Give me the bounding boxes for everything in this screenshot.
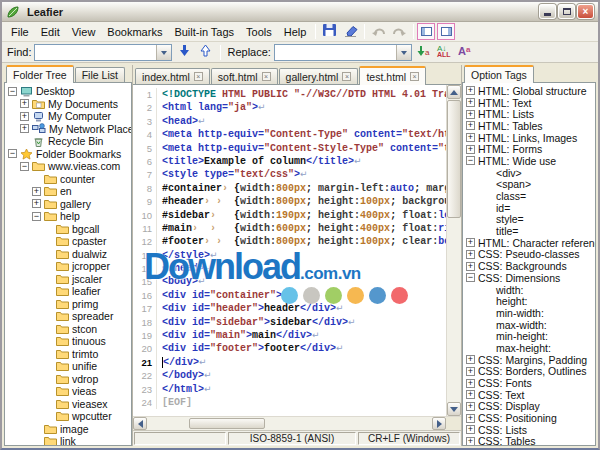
code-line[interactable]: 9#header› › {width:800px; height:100px; … <box>133 195 446 208</box>
tree-item-css-positioning[interactable]: +CSS: Positioning <box>463 412 595 424</box>
scroll-right-icon[interactable] <box>432 417 446 430</box>
tree-item-vieasex[interactable]: vieasex <box>5 398 131 411</box>
code-line[interactable]: 17<div id="header">header</div>↵ <box>133 302 446 315</box>
tree-item-desktop[interactable]: −Desktop <box>5 85 131 98</box>
code-line[interactable]: 23</html>↵ <box>133 383 446 396</box>
tab-close-icon[interactable]: × <box>410 72 419 81</box>
expand-icon[interactable]: + <box>466 402 475 411</box>
collapse-icon[interactable]: − <box>466 156 475 165</box>
code-editor[interactable]: 1<!DOCTYPE HTML PUBLIC "-//W3C//DTD HTML… <box>133 85 446 416</box>
replace-all-button[interactable]: A↓ALL <box>436 44 454 61</box>
code-line[interactable]: 4<meta http-equiv="Content-Type" content… <box>133 128 446 141</box>
collapse-icon[interactable]: − <box>20 162 29 171</box>
tab-test-html[interactable]: test.html× <box>359 66 426 85</box>
tab-soft-html[interactable]: soft.html× <box>211 68 278 84</box>
redo-button[interactable] <box>389 23 410 41</box>
expand-icon[interactable]: + <box>20 124 29 133</box>
code-line[interactable]: 20<div id="footer">footer</div>↵ <box>133 342 446 355</box>
tree-item-link[interactable]: link <box>5 435 131 446</box>
tree-item-help[interactable]: −help <box>5 210 131 223</box>
close-icon[interactable]: × <box>577 4 594 19</box>
find-next-button[interactable] <box>175 44 193 61</box>
match-case-button[interactable]: Aa <box>457 44 475 61</box>
tree-item-css-dimensions[interactable]: −CSS: Dimensions <box>463 272 595 284</box>
find-dropdown-icon[interactable] <box>156 45 171 60</box>
tree-item-dualwiz[interactable]: dualwiz <box>5 248 131 261</box>
tree-item-html-global-structure[interactable]: +HTML: Global structure <box>463 85 595 97</box>
tree-item-css-backgrounds[interactable]: +CSS: Backgrounds <box>463 260 595 272</box>
menu-tools[interactable]: Tools <box>240 24 278 40</box>
tree-item-gallery[interactable]: +gallery <box>5 198 131 211</box>
tree-item-div[interactable]: <div> <box>463 167 595 179</box>
expand-icon[interactable]: + <box>466 367 475 376</box>
code-line[interactable]: 7<style type="text/css">↵ <box>133 168 446 181</box>
collapse-icon[interactable]: − <box>466 273 475 282</box>
tree-item-class[interactable]: class= <box>463 190 595 202</box>
replace-input[interactable] <box>275 45 396 60</box>
tree-item-html-links-images[interactable]: +HTML: Links, Images <box>463 132 595 144</box>
tree-item-css-fonts[interactable]: +CSS: Fonts <box>463 377 595 389</box>
tree-item-max-width[interactable]: max-width: <box>463 319 595 331</box>
tab-gallery-html[interactable]: gallery.html× <box>279 68 359 84</box>
code-line[interactable]: 14</head>↵ <box>133 262 446 275</box>
expand-icon[interactable]: + <box>466 379 475 388</box>
tree-item-my-documents[interactable]: +My Documents <box>5 98 131 111</box>
tree-item-jcropper[interactable]: jcropper <box>5 260 131 273</box>
code-line[interactable]: 2<html lang="ja">↵ <box>133 101 446 114</box>
expand-icon[interactable]: + <box>466 414 475 423</box>
find-prev-button[interactable] <box>196 44 214 61</box>
code-line[interactable]: 19<div id="main">main</div>↵ <box>133 329 446 342</box>
tab-option-tags[interactable]: Option Tags <box>464 65 534 83</box>
folder-tree[interactable]: −Desktop+My Documents+My Computer+My Net… <box>4 83 132 446</box>
maximize-icon[interactable] <box>558 4 575 19</box>
scroll-up-icon[interactable] <box>447 85 461 99</box>
tab-close-icon[interactable]: × <box>262 72 271 81</box>
expand-icon[interactable]: + <box>466 262 475 271</box>
code-line[interactable]: 11#main› › {width:600px; height:400px; f… <box>133 222 446 235</box>
code-line[interactable]: 13</style>↵ <box>133 249 446 262</box>
tree-item-html-tables[interactable]: +HTML: Tables <box>463 120 595 132</box>
scroll-down-icon[interactable] <box>447 402 461 416</box>
tree-item-www-vieas-com[interactable]: −www.vieas.com <box>5 160 131 173</box>
tree-item-html-forms[interactable]: +HTML: Forms <box>463 143 595 155</box>
tree-item-folder-bookmarks[interactable]: −Folder Bookmarks <box>5 148 131 161</box>
tree-item-css-pseudo-classes[interactable]: +CSS: Pseudo-classes <box>463 249 595 261</box>
tree-item-trimto[interactable]: trimto <box>5 348 131 361</box>
collapse-icon[interactable]: − <box>8 87 17 96</box>
tree-item-jscaler[interactable]: jscaler <box>5 273 131 286</box>
tree-item-height[interactable]: height: <box>463 295 595 307</box>
code-line[interactable]: 12#footer› › {width:800px; height:100px;… <box>133 235 446 248</box>
tree-item-css-margins-padding[interactable]: +CSS: Margins, Padding <box>463 354 595 366</box>
code-line[interactable]: 3<head>↵ <box>133 115 446 128</box>
menu-edit[interactable]: Edit <box>35 24 66 40</box>
tree-item-css-text[interactable]: +CSS: Text <box>463 389 595 401</box>
code-line[interactable]: 16<div id="container">↵ <box>133 289 446 302</box>
code-line[interactable]: 10#sidebar› {width:190px; height:400px; … <box>133 209 446 222</box>
expand-icon[interactable]: + <box>466 121 475 130</box>
vertical-scroll-thumb[interactable] <box>447 100 461 218</box>
tree-item-html-wide-use[interactable]: −HTML: Wide use <box>463 155 595 167</box>
expand-icon[interactable]: + <box>466 425 475 434</box>
tree-item-unifie[interactable]: unifie <box>5 360 131 373</box>
expand-icon[interactable]: + <box>466 355 475 364</box>
tree-item-tinuous[interactable]: tinuous <box>5 335 131 348</box>
tab-close-icon[interactable]: × <box>342 72 351 81</box>
replace-dropdown-icon[interactable] <box>396 45 411 60</box>
tree-item-css-tables[interactable]: +CSS: Tables <box>463 436 595 446</box>
code-line[interactable]: 5<meta http-equiv="Content-Style-Type" c… <box>133 142 446 155</box>
tree-item-wpcutter[interactable]: wpcutter <box>5 410 131 423</box>
expand-icon[interactable]: + <box>466 98 475 107</box>
code-line[interactable]: 1<!DOCTYPE HTML PUBLIC "-//W3C//DTD HTML… <box>133 88 446 101</box>
tree-item-min-width[interactable]: min-width: <box>463 307 595 319</box>
expand-icon[interactable]: + <box>466 133 475 142</box>
vertical-scrollbar[interactable] <box>446 85 461 416</box>
code-line[interactable]: 15<body>↵ <box>133 275 446 288</box>
code-line[interactable]: 6<title>Example of column</title>↵ <box>133 155 446 168</box>
tree-item-primg[interactable]: primg <box>5 298 131 311</box>
expand-icon[interactable]: + <box>466 250 475 259</box>
tree-item-css-display[interactable]: +CSS: Display <box>463 401 595 413</box>
expand-icon[interactable]: + <box>466 437 475 446</box>
layout-left-toggle[interactable] <box>417 23 435 40</box>
tree-item-title[interactable]: title= <box>463 225 595 237</box>
code-line[interactable]: 18<div id="sidebar">sidebar</div>↵ <box>133 316 446 329</box>
